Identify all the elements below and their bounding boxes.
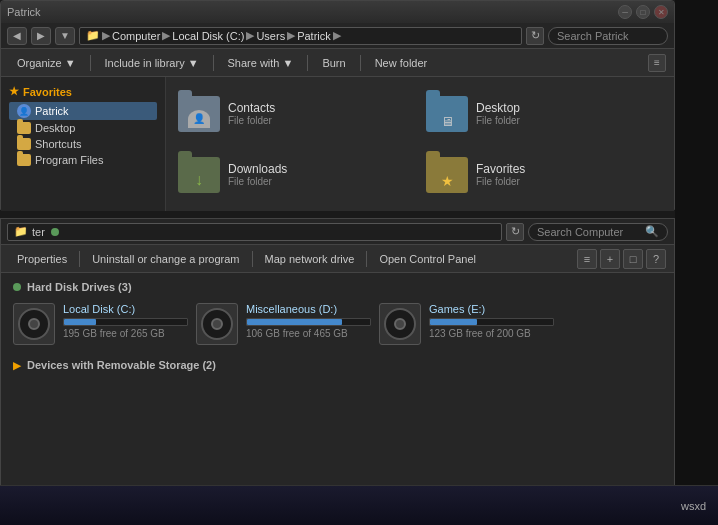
star-icon: ★ bbox=[9, 85, 19, 98]
sidebar-item-shortcuts[interactable]: Shortcuts bbox=[9, 136, 157, 152]
desktop-name: Desktop bbox=[476, 101, 520, 115]
bottom-window: 📁 ter ↻ Search Computer 🔍 Properties Uni… bbox=[0, 218, 675, 518]
bottom-refresh-button[interactable]: ↻ bbox=[506, 223, 524, 241]
path-users[interactable]: Users bbox=[256, 30, 285, 42]
downloads-type: File folder bbox=[228, 176, 287, 187]
drive-d-name[interactable]: Miscellaneous (D:) bbox=[246, 303, 371, 315]
view-button[interactable]: ≡ bbox=[648, 54, 666, 72]
folder-contacts[interactable]: 👤 Contacts File folder bbox=[174, 85, 418, 142]
folder-favorites[interactable]: ★ Favorites File folder bbox=[422, 146, 666, 203]
favorites-header: ★ Favorites bbox=[9, 85, 157, 98]
devices-section-header[interactable]: ▶ Devices with Removable Storage (2) bbox=[13, 359, 662, 371]
toolbar-separator-4 bbox=[360, 55, 361, 71]
desktop-type: File folder bbox=[476, 115, 520, 126]
include-arrow-icon: ▼ bbox=[188, 57, 199, 69]
forward-button[interactable]: ▶ bbox=[31, 27, 51, 45]
properties-button[interactable]: Properties bbox=[9, 248, 75, 270]
taskbar-time-label: wsxd bbox=[681, 500, 706, 512]
burn-button[interactable]: Burn bbox=[314, 52, 353, 74]
devices-label: Devices with Removable Storage (2) bbox=[27, 359, 216, 371]
bottom-address-path[interactable]: 📁 ter bbox=[7, 223, 502, 241]
toolbar-separator-2 bbox=[213, 55, 214, 71]
uninstall-button[interactable]: Uninstall or change a program bbox=[84, 248, 247, 270]
share-arrow-icon: ▼ bbox=[283, 57, 294, 69]
folder-icon bbox=[17, 122, 31, 134]
toolbar2-icons: ≡ + □ ? bbox=[577, 249, 666, 269]
user-icon: 👤 bbox=[17, 104, 31, 118]
favorites-text: Favorites File folder bbox=[476, 162, 525, 187]
drive-c-size: 195 GB free of 265 GB bbox=[63, 328, 188, 339]
drive-c-text: Local Disk (C:) 195 GB free of 265 GB bbox=[63, 303, 188, 339]
drive-d-inner bbox=[201, 308, 233, 340]
drive-d-text: Miscellaneous (D:) 106 GB free of 465 GB bbox=[246, 303, 371, 339]
favorites-folder-icon: ★ bbox=[426, 157, 468, 193]
dropdown-button[interactable]: ▼ bbox=[55, 27, 75, 45]
drive-c-icon bbox=[13, 303, 55, 345]
drive-games-e[interactable]: Games (E:) 123 GB free of 200 GB bbox=[379, 303, 554, 345]
folder-downloads[interactable]: ↓ Downloads File folder bbox=[174, 146, 418, 203]
section-dot bbox=[13, 283, 21, 291]
sidebar-item-desktop[interactable]: Desktop bbox=[9, 120, 157, 136]
search-placeholder: Search Patrick bbox=[557, 30, 629, 42]
downloads-name: Downloads bbox=[228, 162, 287, 176]
sidebar-item-programfiles[interactable]: Program Files bbox=[9, 152, 157, 168]
folder-icon-programfiles bbox=[17, 154, 31, 166]
search-icon: 🔍 bbox=[645, 225, 659, 238]
refresh-button[interactable]: ↻ bbox=[526, 27, 544, 45]
sidebar-shortcuts-label: Shortcuts bbox=[35, 138, 81, 150]
share-button[interactable]: Share with ▼ bbox=[220, 52, 302, 74]
organize-button[interactable]: Organize ▼ bbox=[9, 52, 84, 74]
drive-d-icon bbox=[196, 303, 238, 345]
top-window: Patrick ─ □ ✕ ◀ ▶ ▼ 📁 ▶ Computer ▶ Local… bbox=[0, 0, 675, 210]
map-network-button[interactable]: Map network drive bbox=[257, 248, 363, 270]
drive-e-name[interactable]: Games (E:) bbox=[429, 303, 554, 315]
drive-e-bar bbox=[430, 319, 477, 325]
contacts-text: Contacts File folder bbox=[228, 101, 275, 126]
devices-arrow-icon: ▶ bbox=[13, 360, 21, 371]
close-button[interactable]: ✕ bbox=[654, 5, 668, 19]
new-folder-button[interactable]: New folder bbox=[367, 52, 436, 74]
path-localdisk[interactable]: Local Disk (C:) bbox=[172, 30, 244, 42]
path-computer[interactable]: Computer bbox=[112, 30, 160, 42]
drives-grid: Local Disk (C:) 195 GB free of 265 GB Mi… bbox=[13, 303, 662, 345]
drive-d-bar-container bbox=[246, 318, 371, 326]
drive-c-name[interactable]: Local Disk (C:) bbox=[63, 303, 188, 315]
control-panel-button[interactable]: Open Control Panel bbox=[371, 248, 484, 270]
drive-e-inner bbox=[384, 308, 416, 340]
bottom-search-placeholder: Search Computer bbox=[537, 226, 623, 238]
include-library-button[interactable]: Include in library ▼ bbox=[97, 52, 207, 74]
drive-local-c[interactable]: Local Disk (C:) 195 GB free of 265 GB bbox=[13, 303, 188, 345]
address-path[interactable]: 📁 ▶ Computer ▶ Local Disk (C:) ▶ Users ▶… bbox=[79, 27, 522, 45]
bottom-content: Hard Disk Drives (3) Local Disk (C:) 195… bbox=[1, 273, 674, 519]
drive-misc-d[interactable]: Miscellaneous (D:) 106 GB free of 465 GB bbox=[196, 303, 371, 345]
sidebar-item-patrick[interactable]: 👤 Patrick bbox=[9, 102, 157, 120]
right-panel bbox=[675, 0, 718, 525]
search-box[interactable]: Search Patrick bbox=[548, 27, 668, 45]
toolbar-separator-3 bbox=[307, 55, 308, 71]
drive-e-text: Games (E:) 123 GB free of 200 GB bbox=[429, 303, 554, 339]
list-view-button[interactable]: ≡ bbox=[577, 249, 597, 269]
window-title: Patrick bbox=[7, 6, 41, 18]
bottom-search-box[interactable]: Search Computer 🔍 bbox=[528, 223, 668, 241]
back-button[interactable]: ◀ bbox=[7, 27, 27, 45]
minimize-button[interactable]: ─ bbox=[618, 5, 632, 19]
maximize-button[interactable]: □ bbox=[636, 5, 650, 19]
drive-c-bar bbox=[64, 319, 96, 325]
main-content: 👤 Contacts File folder 🖥 Desktop File fo… bbox=[166, 77, 674, 211]
folder-desktop[interactable]: 🖥 Desktop File folder bbox=[422, 85, 666, 142]
drive-e-size: 123 GB free of 200 GB bbox=[429, 328, 554, 339]
favorites-star-icon: ★ bbox=[441, 173, 454, 189]
toolbar-separator bbox=[90, 55, 91, 71]
path-patrick[interactable]: Patrick bbox=[297, 30, 331, 42]
drive-e-icon bbox=[379, 303, 421, 345]
drive-c-inner bbox=[18, 308, 50, 340]
add-button[interactable]: + bbox=[600, 249, 620, 269]
favorites-type: File folder bbox=[476, 176, 525, 187]
hard-disk-section-header: Hard Disk Drives (3) bbox=[13, 281, 662, 293]
help-button[interactable]: ? bbox=[646, 249, 666, 269]
toolbar2-sep1 bbox=[79, 251, 80, 267]
downloads-folder-icon: ↓ bbox=[178, 157, 220, 193]
drive-d-bar bbox=[247, 319, 342, 325]
tile-view-button[interactable]: □ bbox=[623, 249, 643, 269]
bottom-path-icon: 📁 bbox=[14, 225, 28, 238]
